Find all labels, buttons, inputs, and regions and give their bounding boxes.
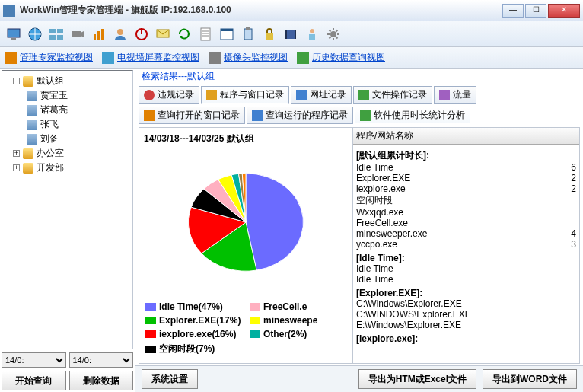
list-group-header: [Explorer.EXE]:	[356, 288, 576, 298]
tool-lock-icon[interactable]	[260, 25, 279, 43]
view-tab-bar: 管理专家监控视图 电视墙屏幕监控视图 摄像头监控视图 历史数据查询视图	[0, 47, 583, 69]
export-word-button[interactable]: 导出到WORD文件	[483, 369, 577, 389]
list-item[interactable]: iexplore.exe2	[356, 183, 576, 194]
svg-point-24	[310, 29, 314, 33]
client-tree[interactable]: -默认组 贾宝玉 诸葛亮 张飞 刘备 +办公室 +开发部	[2, 70, 133, 349]
chart-title: 14/03/18---14/03/25 默认组	[142, 131, 349, 147]
svg-rect-1	[11, 38, 16, 40]
record-tab-row2: 查询打开的窗口记录 查询运行的程序记录 软件使用时长统计分析	[135, 105, 583, 126]
minimize-button[interactable]: —	[502, 4, 524, 18]
list-item[interactable]: minesweeper.exe4	[356, 228, 576, 239]
tool-screens-icon[interactable]	[47, 25, 65, 43]
tool-user-icon[interactable]	[111, 25, 129, 43]
tool-doc-icon[interactable]	[196, 25, 215, 43]
list-item[interactable]: Idle Time6	[356, 162, 576, 173]
tree-client[interactable]: 张飞	[27, 117, 129, 132]
list-item[interactable]: Idle Time	[356, 263, 576, 274]
tab-traffic[interactable]: 流量	[434, 86, 476, 104]
svg-point-11	[117, 29, 123, 35]
tab-query-windows[interactable]: 查询打开的窗口记录	[139, 107, 245, 124]
svg-rect-0	[8, 29, 20, 37]
tree-client[interactable]: 诸葛亮	[27, 103, 129, 117]
svg-rect-9	[97, 31, 100, 40]
tab-program-window[interactable]: 程序与窗口记录	[201, 86, 289, 104]
delete-data-button[interactable]: 删除数据	[69, 371, 134, 390]
window-title: WorkWin管理专家管理端 - 旗舰版 IP:192.168.0.100	[20, 4, 502, 17]
tool-chart-icon[interactable]	[90, 25, 108, 43]
chart-legend: Idle Time(47%)FreeCell.eExplorer.EXE(17%…	[142, 297, 349, 360]
tool-refresh-icon[interactable]	[175, 25, 193, 43]
date-to-select[interactable]: 14/0:	[69, 352, 134, 368]
svg-rect-8	[94, 34, 96, 40]
tab-url[interactable]: 网址记录	[291, 86, 352, 104]
export-htm-excel-button[interactable]: 导出为HTM或Excel文件	[358, 369, 476, 389]
tool-camera-icon[interactable]	[68, 25, 87, 43]
list-item[interactable]: FreeCell.exe	[356, 218, 576, 228]
list-item[interactable]: yccpo.exe3	[356, 239, 576, 250]
tree-group-dev[interactable]: +开发部	[13, 161, 129, 175]
list-item[interactable]: 空闲时段	[356, 194, 576, 207]
legend-item: minesweepe	[250, 314, 346, 327]
tool-msg-icon[interactable]	[154, 25, 172, 43]
svg-rect-7	[72, 31, 81, 37]
pie-chart	[142, 147, 349, 297]
svg-rect-15	[201, 28, 210, 40]
right-panel: 检索结果---默认组 违规记录 程序与窗口记录 网址记录 文件操作记录 流量 查…	[135, 69, 583, 392]
tool-power-icon[interactable]	[132, 25, 151, 43]
tab-usage-stats[interactable]: 软件使用时长统计分析	[355, 107, 470, 124]
list-item[interactable]: Idle Time	[356, 274, 576, 285]
tree-group-office[interactable]: +办公室	[13, 146, 129, 161]
start-query-button[interactable]: 开始查询	[2, 371, 66, 390]
tool-monitor-icon[interactable]	[5, 25, 23, 43]
footer-bar: 系统设置 导出为HTM或Excel文件 导出到WORD文件	[135, 365, 583, 392]
tree-group-default[interactable]: -默认组	[13, 74, 129, 88]
list-item[interactable]: Wxxjqd.exe	[356, 207, 576, 218]
svg-rect-6	[57, 35, 63, 40]
svg-rect-10	[101, 29, 104, 40]
svg-rect-25	[309, 34, 315, 40]
maximize-button[interactable]: ☐	[525, 4, 546, 18]
list-item[interactable]: E:\Windows\Explorer.EXE	[356, 320, 576, 330]
record-tab-row1: 违规记录 程序与窗口记录 网址记录 文件操作记录 流量	[135, 84, 583, 105]
tree-client[interactable]: 刘备	[27, 132, 129, 146]
main-toolbar	[0, 21, 583, 47]
view-tab-history[interactable]: 历史数据查询视图	[297, 51, 385, 64]
tool-window-icon[interactable]	[218, 25, 236, 43]
tool-globe-icon[interactable]	[26, 25, 44, 43]
tool-gear-icon[interactable]	[324, 25, 342, 43]
tool-film-icon[interactable]	[282, 25, 300, 43]
svg-rect-22	[285, 30, 287, 39]
list-item[interactable]: C:\WINDOWS\Explorer.EXE	[356, 309, 576, 320]
list-group-header: [Idle Time]:	[356, 253, 576, 263]
tool-person-icon[interactable]	[303, 25, 321, 43]
legend-item: Explorer.EXE(17%)	[145, 314, 242, 327]
svg-rect-19	[246, 27, 250, 30]
list-item[interactable]: C:\Windows\Explorer.EXE	[356, 298, 576, 309]
legend-item: Idle Time(47%)	[145, 300, 242, 314]
legend-item: FreeCell.e	[250, 300, 346, 314]
svg-rect-3	[49, 29, 56, 33]
svg-rect-18	[244, 29, 252, 40]
svg-rect-20	[266, 33, 273, 40]
system-settings-button[interactable]: 系统设置	[142, 369, 198, 389]
svg-rect-5	[49, 35, 56, 40]
view-tab-tvwall[interactable]: 电视墙屏幕监控视图	[102, 51, 199, 64]
close-button[interactable]: ✕	[548, 4, 580, 18]
program-list[interactable]: 程序/网站名称 [默认组累计时长]:Idle Time6Explorer.EXE…	[352, 128, 579, 363]
tab-file-ops[interactable]: 文件操作记录	[353, 86, 432, 104]
legend-item: Other(2%)	[250, 327, 346, 341]
title-bar: WorkWin管理专家管理端 - 旗舰版 IP:192.168.0.100 — …	[0, 0, 583, 21]
list-item[interactable]: Explorer.EXE2	[356, 173, 576, 183]
tool-clip-icon[interactable]	[239, 25, 257, 43]
date-from-select[interactable]: 14/0:	[2, 352, 66, 368]
view-tab-camera[interactable]: 摄像头监控视图	[209, 51, 288, 64]
legend-item: iexplore.exe(16%)	[145, 327, 242, 341]
svg-point-26	[330, 31, 336, 37]
svg-rect-13	[141, 28, 142, 34]
view-tab-monitor[interactable]: 管理专家监控视图	[5, 51, 93, 64]
tree-client[interactable]: 贾宝玉	[27, 88, 129, 103]
list-group-header: [iexplore.exe]:	[356, 333, 576, 344]
tab-query-programs[interactable]: 查询运行的程序记录	[247, 107, 353, 124]
tab-violation[interactable]: 违规记录	[139, 86, 199, 104]
list-group-header: [默认组累计时长]:	[356, 149, 576, 162]
